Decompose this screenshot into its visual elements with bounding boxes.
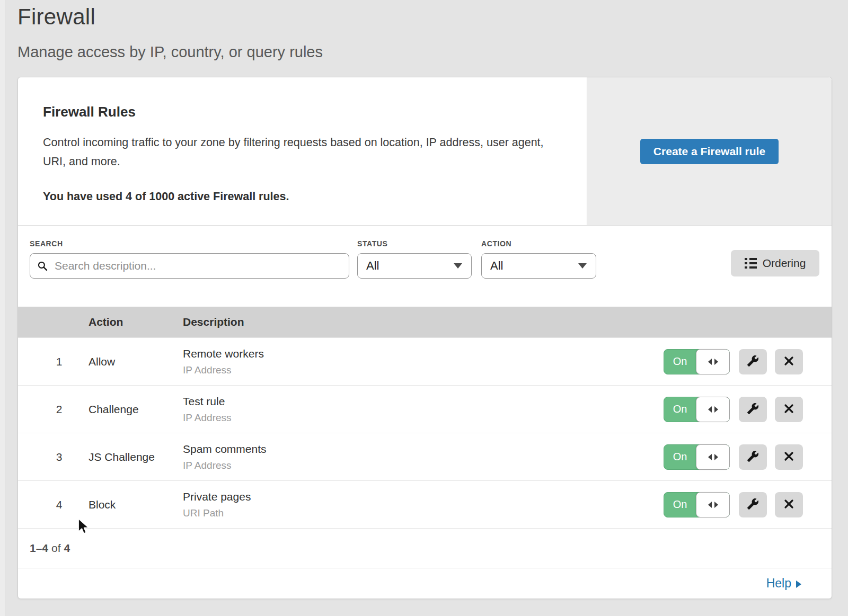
page-header: Firewall Manage access by IP, country, o… xyxy=(0,0,848,61)
rule-description-cell: Spam comments IP Address xyxy=(183,443,664,471)
toggle-handle[interactable] xyxy=(696,492,730,517)
edit-rule-button[interactable] xyxy=(739,444,767,470)
table-row: 2 Challenge Test rule IP Address On xyxy=(18,385,832,433)
delete-rule-button[interactable] xyxy=(775,492,803,517)
chevron-down-icon xyxy=(578,263,587,269)
table-row: 1 Allow Remote workers IP Address On xyxy=(18,337,832,385)
pagination-total: 4 xyxy=(64,542,70,555)
rule-controls: On xyxy=(664,444,832,470)
rule-description-cell: Test rule IP Address xyxy=(183,395,664,424)
rule-controls: On xyxy=(664,397,832,422)
search-filter-group: SEARCH xyxy=(30,239,349,307)
card-title: Firewall Rules xyxy=(43,104,571,120)
rule-description: Private pages xyxy=(183,490,664,503)
action-select-value: All xyxy=(490,259,503,273)
toggle-arrows-icon xyxy=(708,454,712,460)
toggle-handle[interactable] xyxy=(696,444,730,470)
wrench-icon xyxy=(747,450,759,464)
table-row: 4 Block Private pages URI Path On xyxy=(18,480,832,528)
firewall-rules-card: Firewall Rules Control incoming traffic … xyxy=(18,77,832,226)
rule-priority: 1 xyxy=(18,355,89,368)
pagination: 1–4 of 4 xyxy=(18,528,832,568)
action-label: ACTION xyxy=(481,239,596,248)
toggle-arrows-icon xyxy=(708,502,712,508)
edit-rule-button[interactable] xyxy=(739,349,767,374)
rule-action: Allow xyxy=(89,355,183,368)
rule-priority: 2 xyxy=(18,403,89,416)
help-row: Help xyxy=(18,568,832,599)
edit-rule-button[interactable] xyxy=(739,397,767,422)
delete-rule-button[interactable] xyxy=(775,397,803,422)
rule-priority: 3 xyxy=(18,451,89,463)
page-title: Firewall xyxy=(17,4,848,30)
toggle-state-label: On xyxy=(664,397,696,422)
table-header: Action Description xyxy=(18,307,832,337)
rule-enabled-toggle[interactable]: On xyxy=(664,444,730,470)
edit-rule-button[interactable] xyxy=(739,492,767,517)
rule-enabled-toggle[interactable]: On xyxy=(664,492,730,517)
toggle-arrows-icon xyxy=(714,502,718,508)
filters-bar: SEARCH STATUS All ACTION All xyxy=(18,226,832,307)
rule-description-cell: Private pages URI Path xyxy=(183,490,664,519)
page-subtitle: Manage access by IP, country, or query r… xyxy=(17,43,848,61)
close-icon xyxy=(783,451,794,463)
action-select[interactable]: All xyxy=(481,253,596,279)
action-filter-group: ACTION All xyxy=(481,239,596,307)
toggle-handle[interactable] xyxy=(696,397,730,422)
pagination-of: of xyxy=(51,542,61,555)
create-firewall-rule-button[interactable]: Create a Firewall rule xyxy=(640,139,779,164)
search-box xyxy=(30,253,349,279)
rule-match-type: URI Path xyxy=(183,507,664,519)
card-description: Control incoming traffic to your zone by… xyxy=(43,133,546,171)
status-select-value: All xyxy=(366,259,379,273)
card-text-section: Firewall Rules Control incoming traffic … xyxy=(18,77,587,225)
wrench-icon xyxy=(747,355,759,369)
status-select[interactable]: All xyxy=(357,253,472,279)
help-link-label: Help xyxy=(766,576,791,591)
table-row: 3 JS Challenge Spam comments IP Address … xyxy=(18,433,832,480)
card-action-section: Create a Firewall rule xyxy=(587,77,832,225)
toggle-arrows-icon xyxy=(708,359,712,365)
rule-priority: 4 xyxy=(18,498,89,511)
status-label: STATUS xyxy=(357,239,472,248)
rule-description: Test rule xyxy=(183,395,664,408)
rule-match-type: IP Address xyxy=(183,412,664,424)
rule-action: JS Challenge xyxy=(89,451,183,463)
list-icon xyxy=(745,258,757,269)
search-label: SEARCH xyxy=(30,239,349,248)
rule-match-type: IP Address xyxy=(183,364,664,376)
close-icon xyxy=(783,355,794,368)
search-input[interactable] xyxy=(30,253,349,279)
search-icon xyxy=(37,261,48,274)
chevron-down-icon xyxy=(454,263,462,269)
ordering-button[interactable]: Ordering xyxy=(731,250,819,276)
status-filter-group: STATUS All xyxy=(357,239,472,307)
rule-action: Block xyxy=(89,498,183,511)
rule-action: Challenge xyxy=(89,403,183,416)
window-edge xyxy=(0,0,5,616)
close-icon xyxy=(783,498,794,511)
ordering-button-label: Ordering xyxy=(763,257,806,270)
rule-description: Remote workers xyxy=(183,347,664,360)
column-header-action: Action xyxy=(89,316,183,328)
wrench-icon xyxy=(747,498,759,512)
toggle-arrows-icon xyxy=(714,359,718,365)
close-icon xyxy=(783,403,794,416)
delete-rule-button[interactable] xyxy=(775,444,803,470)
toggle-handle[interactable] xyxy=(696,349,730,374)
rule-match-type: IP Address xyxy=(183,460,664,471)
help-link[interactable]: Help xyxy=(766,576,801,591)
arrow-right-icon xyxy=(796,581,801,588)
toggle-arrows-icon xyxy=(714,406,718,413)
rule-enabled-toggle[interactable]: On xyxy=(664,349,730,374)
delete-rule-button[interactable] xyxy=(775,349,803,374)
rule-description: Spam comments xyxy=(183,443,664,456)
firewall-rules-panel: Firewall Rules Control incoming traffic … xyxy=(17,77,832,599)
rule-enabled-toggle[interactable]: On xyxy=(664,397,730,422)
rules-usage-text: You have used 4 of 1000 active Firewall … xyxy=(43,190,571,203)
toggle-arrows-icon xyxy=(714,454,718,460)
rule-controls: On xyxy=(664,349,832,374)
toggle-state-label: On xyxy=(664,349,696,374)
toggle-state-label: On xyxy=(664,444,696,470)
toggle-state-label: On xyxy=(664,492,696,517)
